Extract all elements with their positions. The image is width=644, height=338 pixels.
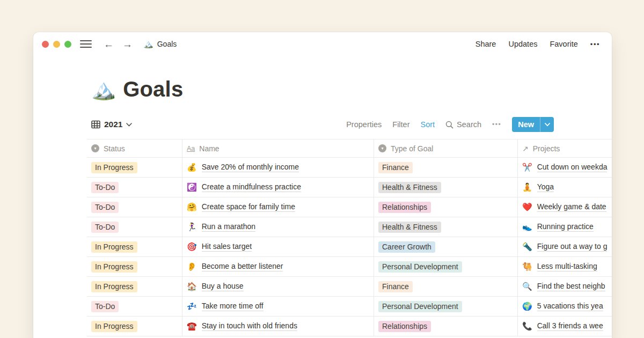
sort-button[interactable]: Sort <box>421 120 435 129</box>
projects-cell[interactable]: ✂️ Cut down on weekda <box>518 158 612 177</box>
goal-title-link[interactable]: Stay in touch with old friends <box>202 321 297 331</box>
column-header-status[interactable]: ▾ Status <box>87 139 182 157</box>
projects-cell[interactable]: 🧘 Yoga <box>518 178 612 197</box>
name-cell[interactable]: 🏃‍♀️ Run a marathon <box>182 217 374 237</box>
status-cell[interactable]: In Progress <box>87 277 182 296</box>
name-cell[interactable]: ☎️ Stay in touch with old friends <box>182 317 374 336</box>
type-badge[interactable]: Health & Fitness <box>378 182 441 193</box>
status-cell[interactable]: To-Do <box>87 197 182 217</box>
status-badge[interactable]: To-Do <box>91 202 119 213</box>
new-button[interactable]: New <box>512 117 554 132</box>
table-row[interactable]: In Progress 🎯 Hit sales target Career Gr… <box>87 237 612 257</box>
status-cell[interactable]: In Progress <box>87 237 182 256</box>
goal-title-link[interactable]: Become a better listener <box>202 262 283 271</box>
status-badge[interactable]: In Progress <box>91 241 137 253</box>
name-cell[interactable]: 🏠 Buy a house <box>182 277 374 296</box>
column-header-type-of-goal[interactable]: ▾ Type of Goal <box>374 139 518 157</box>
back-arrow-icon[interactable]: ← <box>104 39 114 49</box>
status-badge[interactable]: To-Do <box>91 182 119 193</box>
table-row[interactable]: To-Do 🏃‍♀️ Run a marathon Health & Fitne… <box>87 217 612 237</box>
table-row[interactable]: To-Do 🤗 Create space for family time Rel… <box>87 197 612 217</box>
project-title-link[interactable]: Cut down on weekda <box>537 163 608 172</box>
table-row[interactable]: In Progress 🏠 Buy a house Finance 🔍 Find… <box>87 277 612 297</box>
goal-title-link[interactable]: Save 20% of monthly income <box>202 163 299 172</box>
type-of-goal-cell[interactable]: Health & Fitness <box>374 178 518 197</box>
type-badge[interactable]: Personal Development <box>378 301 462 312</box>
goal-title-link[interactable]: Hit sales target <box>202 242 252 252</box>
new-button-caret[interactable] <box>540 117 554 132</box>
project-title-link[interactable]: Call 3 friends a wee <box>537 321 603 331</box>
goal-title-link[interactable]: Run a marathon <box>202 222 255 232</box>
type-badge[interactable]: Career Growth <box>378 241 435 253</box>
favorite-button[interactable]: Favorite <box>550 40 577 48</box>
projects-cell[interactable]: 👟 Running practice <box>518 217 612 237</box>
table-row[interactable]: In Progress 💰 Save 20% of monthly income… <box>87 158 612 178</box>
projects-cell[interactable]: ❤️ Weekly game & date <box>518 197 612 217</box>
type-badge[interactable]: Personal Development <box>378 261 462 273</box>
projects-cell[interactable]: 📞 Call 3 friends a wee <box>518 317 612 336</box>
share-button[interactable]: Share <box>475 40 496 48</box>
status-badge[interactable]: To-Do <box>91 301 119 312</box>
status-cell[interactable]: In Progress <box>87 317 182 336</box>
name-cell[interactable]: 💤 Take more time off <box>182 297 374 316</box>
type-badge[interactable]: Finance <box>378 162 413 173</box>
status-badge[interactable]: To-Do <box>91 222 119 233</box>
name-cell[interactable]: ☯️ Create a mindfulness practice <box>182 178 374 197</box>
type-of-goal-cell[interactable]: Finance <box>374 158 518 177</box>
status-cell[interactable]: To-Do <box>87 178 182 197</box>
type-of-goal-cell[interactable]: Relationships <box>374 197 518 217</box>
project-title-link[interactable]: Find the best neighb <box>537 282 605 291</box>
column-header-projects[interactable]: ↗ Projects <box>518 139 612 157</box>
updates-button[interactable]: Updates <box>508 40 537 48</box>
forward-arrow-icon[interactable]: → <box>122 39 133 49</box>
projects-cell[interactable]: 🔦 Figure out a way to g <box>518 237 612 256</box>
status-badge[interactable]: In Progress <box>91 261 137 273</box>
status-badge[interactable]: In Progress <box>91 281 137 292</box>
status-cell[interactable]: In Progress <box>87 158 182 177</box>
status-cell[interactable]: To-Do <box>87 297 182 316</box>
status-badge[interactable]: In Progress <box>91 321 137 332</box>
more-options-icon[interactable]: ••• <box>590 40 600 48</box>
goal-title-link[interactable]: Create space for family time <box>202 202 295 212</box>
table-row[interactable]: In Progress ☎️ Stay in touch with old fr… <box>87 317 612 336</box>
type-badge[interactable]: Finance <box>378 281 413 292</box>
page-title[interactable]: Goals <box>123 77 183 101</box>
project-title-link[interactable]: Running practice <box>537 222 594 232</box>
breadcrumb[interactable]: 🏔️ Goals <box>143 39 177 49</box>
zoom-window-button[interactable] <box>64 41 71 48</box>
status-cell[interactable]: To-Do <box>87 217 182 237</box>
type-of-goal-cell[interactable]: Finance <box>374 277 518 296</box>
goal-title-link[interactable]: Take more time off <box>202 302 264 311</box>
search-button[interactable]: Search <box>445 120 481 129</box>
name-cell[interactable]: 🤗 Create space for family time <box>182 197 374 217</box>
project-title-link[interactable]: Less multi-tasking <box>537 262 597 271</box>
projects-cell[interactable]: 🌍 5 vacations this yea <box>518 297 612 316</box>
type-of-goal-cell[interactable]: Career Growth <box>374 237 518 256</box>
properties-button[interactable]: Properties <box>346 120 382 129</box>
project-title-link[interactable]: Figure out a way to g <box>537 242 608 252</box>
project-title-link[interactable]: 5 vacations this yea <box>537 302 603 311</box>
project-title-link[interactable]: Yoga <box>537 182 554 192</box>
name-cell[interactable]: 👂 Become a better listener <box>182 257 374 276</box>
view-more-icon[interactable]: ••• <box>492 121 501 128</box>
type-badge[interactable]: Relationships <box>378 321 431 332</box>
page-mountain-icon[interactable]: 🏔️ <box>91 79 116 99</box>
filter-button[interactable]: Filter <box>392 120 409 129</box>
column-header-name[interactable]: Aa Name <box>182 139 374 157</box>
type-of-goal-cell[interactable]: Health & Fitness <box>374 217 518 237</box>
type-of-goal-cell[interactable]: Relationships <box>374 317 518 336</box>
close-window-button[interactable] <box>42 41 49 48</box>
table-row[interactable]: To-Do 💤 Take more time off Personal Deve… <box>87 297 612 317</box>
minimize-window-button[interactable] <box>53 41 60 48</box>
status-cell[interactable]: In Progress <box>87 257 182 276</box>
table-row[interactable]: To-Do ☯️ Create a mindfulness practice H… <box>87 178 612 197</box>
status-badge[interactable]: In Progress <box>91 162 137 173</box>
type-of-goal-cell[interactable]: Personal Development <box>374 297 518 316</box>
name-cell[interactable]: 🎯 Hit sales target <box>182 237 374 256</box>
goal-title-link[interactable]: Buy a house <box>202 282 244 291</box>
name-cell[interactable]: 💰 Save 20% of monthly income <box>182 158 374 177</box>
table-row[interactable]: In Progress 👂 Become a better listener P… <box>87 257 612 277</box>
type-of-goal-cell[interactable]: Personal Development <box>374 257 518 276</box>
type-badge[interactable]: Relationships <box>378 202 431 213</box>
project-title-link[interactable]: Weekly game & date <box>537 202 606 212</box>
